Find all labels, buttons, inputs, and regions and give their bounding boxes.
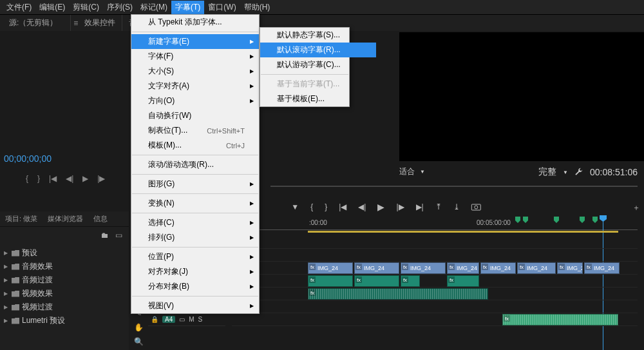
tree-row-audio-fx[interactable]: ▶音频效果	[3, 260, 129, 273]
toggle-output-icon[interactable]: ▭	[179, 316, 185, 323]
menu-item[interactable]: 文字对齐(A)	[131, 79, 259, 93]
menu-item[interactable]: 排列(G)	[131, 230, 259, 245]
menu-item[interactable]: 默认静态字幕(S)...	[260, 28, 376, 43]
menu-marker[interactable]: 标记(M)	[137, 1, 171, 14]
program-monitor[interactable]	[399, 32, 644, 161]
add-marker-icon[interactable]: ▼	[291, 202, 299, 211]
menu-item[interactable]: 模板(M)...Ctrl+J	[131, 138, 259, 153]
mute-icon[interactable]: M	[189, 316, 194, 323]
resolution-dropdown[interactable]: 完整	[538, 166, 556, 178]
menu-item[interactable]: 默认滚动字幕(R)...	[260, 43, 376, 57]
video-clip[interactable]: fxIMG_24	[584, 262, 620, 274]
wrench-icon[interactable]	[574, 168, 583, 177]
track-a4[interactable]: fx	[232, 313, 638, 326]
track-header-a4[interactable]: 🔒A4▭MS	[148, 313, 225, 326]
extract-icon[interactable]: ⤓	[453, 202, 460, 211]
close-icon[interactable]: ≡	[73, 19, 78, 28]
menu-item[interactable]: 变换(N)	[131, 196, 259, 211]
menu-item[interactable]: 分布对象(B)	[131, 279, 259, 294]
video-clip[interactable]: fxIMG_24	[517, 262, 556, 274]
menu-item[interactable]: 制表位(T)...Ctrl+Shift+T	[131, 123, 259, 138]
menu-item[interactable]: 自动换行(W)	[131, 108, 259, 123]
new-item-icon[interactable]: ▭	[115, 231, 122, 240]
zoom-fit-dropdown[interactable]: 适合 ▼	[399, 166, 425, 177]
step-back-icon[interactable]: ◀|	[358, 202, 366, 211]
tree-row-audio-tr[interactable]: ▶音频过渡	[3, 273, 129, 287]
tree-row-presets[interactable]: ▶预设	[3, 246, 129, 260]
menu-item[interactable]: 新建字幕(E)	[131, 34, 259, 49]
menu-item[interactable]: 方向(O)	[131, 93, 259, 108]
video-clip[interactable]: fxIMG_24	[308, 262, 353, 274]
tree-row-lumetri[interactable]: ▶Lumetri 预设	[3, 314, 129, 327]
tab-effect-controls[interactable]: 效果控件	[78, 15, 122, 31]
tab-media-browser[interactable]: 媒体浏览器	[43, 211, 88, 226]
new-bin-icon[interactable]: 🖿	[101, 231, 109, 240]
mark-out-icon[interactable]: }	[325, 202, 327, 211]
menu-file[interactable]: 文件(F)	[3, 1, 35, 14]
menu-item[interactable]: 大小(S)	[131, 64, 259, 79]
menu-item[interactable]: 默认游动字幕(C)...	[260, 57, 376, 72]
menu-window[interactable]: 窗口(W)	[204, 1, 240, 14]
menu-item[interactable]: 从 Typekit 添加字体...	[131, 15, 259, 30]
video-clip[interactable]: fxIMG_24	[480, 262, 516, 274]
audio-clip[interactable]: fx	[308, 288, 488, 300]
menu-item[interactable]: 图形(G)	[131, 177, 259, 191]
goto-out-icon[interactable]: ▶|	[416, 202, 424, 211]
mark-in-icon[interactable]: {	[26, 174, 28, 183]
lift-icon[interactable]: ⤒	[435, 202, 442, 211]
step-back-icon[interactable]: ◀|	[66, 174, 73, 183]
sequence-marker[interactable]	[554, 217, 559, 223]
program-scrubber[interactable]	[270, 182, 638, 190]
track-v1[interactable]: fxIMG_24 fxIMG_24 fxIMG_24 fxIMG_24 fxIM…	[232, 262, 638, 275]
audio-clip[interactable]: fx	[354, 275, 399, 287]
goto-in-icon[interactable]: |◀	[339, 202, 346, 211]
menu-item[interactable]: 视图(V)	[131, 298, 259, 313]
tree-row-video-tr[interactable]: ▶视频过渡	[3, 300, 129, 314]
audio-clip[interactable]: fx	[502, 314, 618, 326]
solo-icon[interactable]: S	[198, 316, 203, 323]
goto-in-icon[interactable]: |◀	[49, 174, 57, 183]
timeline-ruler[interactable]: :00:00 00:05:00:00	[232, 215, 638, 233]
track-v2[interactable]	[232, 249, 638, 262]
play-icon[interactable]: ▶	[377, 202, 384, 212]
tab-info[interactable]: 信息	[88, 211, 113, 226]
video-clip[interactable]: fxIMG_24	[401, 262, 446, 274]
track-a2[interactable]: fx	[232, 287, 638, 300]
audio-clip[interactable]: fx	[308, 275, 353, 287]
zoom-tool-icon[interactable]: 🔍	[134, 336, 144, 347]
tab-source[interactable]: 源:（无剪辑）	[3, 15, 71, 31]
menu-item[interactable]: 滚动/游动选项(R)...	[131, 157, 259, 172]
lock-icon[interactable]: 🔒	[151, 316, 158, 323]
sequence-marker[interactable]	[580, 217, 585, 223]
play-icon[interactable]: ▶	[82, 174, 88, 183]
export-frame-icon[interactable]	[471, 203, 482, 211]
tree-row-video-fx[interactable]: ▶视频效果	[3, 287, 129, 300]
work-area-bar[interactable]	[308, 231, 618, 233]
menu-clip[interactable]: 剪辑(C)	[69, 1, 103, 14]
sequence-marker[interactable]	[592, 217, 598, 223]
menu-edit[interactable]: 编辑(E)	[35, 1, 69, 14]
menu-item[interactable]: 对齐对象(J)	[131, 264, 259, 279]
tab-project[interactable]: 项目: 做菜	[0, 211, 43, 226]
menu-title[interactable]: 字幕(T)	[171, 1, 204, 14]
mark-out-icon[interactable]: }	[37, 174, 40, 183]
track-a3[interactable]	[232, 300, 638, 313]
step-fwd-icon[interactable]: |▶	[97, 174, 105, 183]
audio-clip[interactable]: fx	[447, 275, 479, 287]
menu-sequence[interactable]: 序列(S)	[103, 1, 137, 14]
video-clip[interactable]: fxIMG_24	[557, 262, 583, 274]
track-a1[interactable]: fx fx fx fx	[232, 275, 638, 287]
track-v3[interactable]	[232, 236, 638, 249]
sequence-marker[interactable]	[515, 217, 520, 223]
menu-item[interactable]: 基于模板(E)...	[260, 92, 376, 106]
hand-tool-icon[interactable]: ✋	[134, 322, 144, 333]
audio-clip[interactable]: fx	[401, 275, 420, 287]
menu-item[interactable]: 选择(C)	[131, 215, 259, 230]
track-area[interactable]: fxIMG_24 fxIMG_24 fxIMG_24 fxIMG_24 fxIM…	[232, 236, 638, 326]
step-fwd-icon[interactable]: |▶	[396, 202, 404, 211]
mark-in-icon[interactable]: {	[310, 202, 313, 211]
video-clip[interactable]: fxIMG_24	[354, 262, 399, 274]
sequence-marker[interactable]	[523, 217, 528, 223]
video-clip[interactable]: fxIMG_24	[447, 262, 479, 274]
menu-help[interactable]: 帮助(H)	[240, 1, 274, 14]
